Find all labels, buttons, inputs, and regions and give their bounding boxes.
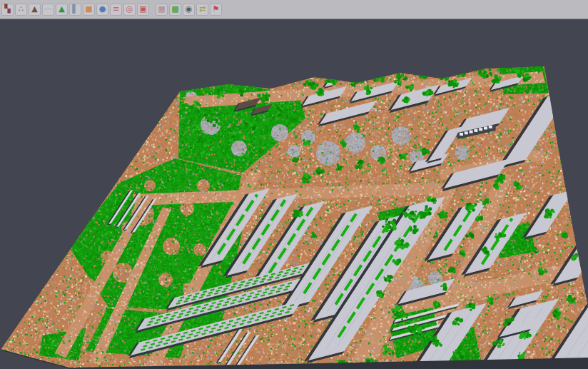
point-cloud-icon[interactable]: ▚: [1, 4, 14, 16]
profile-icon[interactable]: ▌: [69, 4, 81, 16]
toolbar: ▚∴▲⋯▲▌■●≡◎▣▦▩◉⇄⚑: [0, 0, 588, 19]
ground-patch-icon[interactable]: ■: [83, 4, 95, 16]
vegetation-icon[interactable]: ▲: [56, 4, 68, 16]
toolbar-separator: [150, 4, 155, 16]
terrain-icon[interactable]: ▲: [29, 4, 41, 16]
layers-icon[interactable]: ≡: [110, 4, 122, 16]
viewport-container: [0, 20, 588, 369]
scatter-icon[interactable]: ∴: [15, 4, 27, 16]
dark-sphere-icon[interactable]: ◉: [183, 4, 195, 16]
image-icon[interactable]: ▦: [156, 4, 168, 16]
globe-icon[interactable]: ●: [96, 4, 108, 16]
target-icon[interactable]: ◎: [123, 4, 136, 16]
swap-axes-icon[interactable]: ⇄: [196, 4, 208, 16]
application-window: ▚∴▲⋯▲▌■●≡◎▣▦▩◉⇄⚑: [0, 0, 588, 369]
select-box-icon[interactable]: ▣: [137, 4, 149, 16]
clip-icon[interactable]: ⚑: [210, 4, 222, 16]
point-cloud-viewport[interactable]: [0, 20, 588, 369]
smooth-icon[interactable]: ⋯: [42, 4, 54, 16]
classification-map-icon[interactable]: ▩: [169, 4, 181, 16]
